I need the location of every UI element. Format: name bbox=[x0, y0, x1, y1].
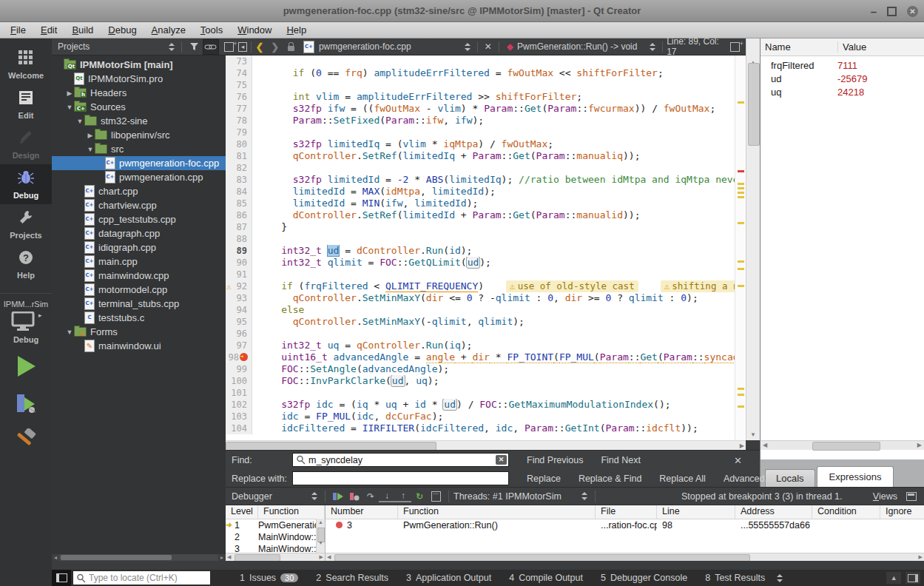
tree-item[interactable]: QtIPMMotorSim.pro bbox=[52, 72, 226, 86]
tree-item[interactable]: C+mainwindow.cpp bbox=[52, 269, 226, 283]
tree-expander-icon[interactable]: ▼ bbox=[86, 146, 95, 153]
tab-locals[interactable]: Locals bbox=[765, 469, 815, 487]
scroll-right-icon[interactable]: ▶ bbox=[917, 442, 922, 448]
forward-icon[interactable]: ❯ bbox=[271, 41, 279, 53]
code-line[interactable]: 73 bbox=[226, 55, 735, 67]
code-line[interactable]: 98 uint16_t advancedAngle = angle + dir … bbox=[226, 351, 735, 363]
code-line[interactable]: 102 s32fp idc = (iq * uq + id * ud) / FO… bbox=[226, 399, 735, 411]
code-line[interactable]: 96 bbox=[226, 328, 735, 340]
kit-expand-arrow-icon[interactable]: ▸ bbox=[38, 311, 42, 319]
link-with-editor-icon[interactable] bbox=[203, 39, 219, 55]
code-line[interactable]: 92⚠ if (frqFiltered < QLIMIT_FREQUENCY)⚠… bbox=[226, 280, 735, 292]
step-out-icon[interactable]: ↑ bbox=[395, 491, 411, 502]
menu-file[interactable]: File bbox=[3, 23, 33, 37]
split-editor-icon[interactable] bbox=[730, 42, 740, 52]
variable-row[interactable]: ud-25679 bbox=[761, 72, 924, 85]
breakpoints-header-address[interactable]: Address bbox=[735, 505, 812, 519]
views-menu[interactable]: Views bbox=[873, 491, 917, 502]
code-line[interactable]: 79 bbox=[226, 127, 735, 138]
code-line[interactable]: 78 Param::SetFixed(Param::ifw, ifw); bbox=[226, 115, 735, 127]
breakpoints-header-number[interactable]: Number bbox=[326, 505, 398, 519]
code-line[interactable]: 85 limitedId = MIN(ifw, limitedId); bbox=[226, 198, 735, 209]
output-tab-compile-output[interactable]: 4Compile Output bbox=[500, 573, 592, 583]
scroll-left-icon[interactable]: ◀ bbox=[763, 442, 767, 448]
interrupt-icon[interactable] bbox=[346, 489, 362, 504]
sidebar-item-help[interactable]: ?Help bbox=[0, 244, 52, 284]
back-icon[interactable]: ❮ bbox=[255, 41, 263, 53]
code-line[interactable]: 86 dController.SetRef(limitedId + Param:… bbox=[226, 209, 735, 221]
stack-function-header[interactable]: Function bbox=[258, 505, 325, 519]
output-tab-test-results[interactable]: 8Test Results bbox=[696, 573, 774, 583]
code-line[interactable]: 74 if (0 == frq) amplitudeErrFiltered = … bbox=[226, 67, 735, 79]
replace-button[interactable]: Replace bbox=[527, 474, 561, 484]
breakpoints-header-function[interactable]: Function bbox=[398, 505, 596, 519]
code-line[interactable]: 101 bbox=[226, 387, 735, 399]
close-find-icon[interactable]: ✕ bbox=[734, 455, 742, 466]
sidebar-item-edit[interactable]: Edit bbox=[0, 84, 52, 124]
code-line[interactable]: 83 s32fp limitedId = -2 * ABS(limitedIq)… bbox=[226, 174, 735, 186]
symbol-selector[interactable]: PwmGeneration::Run() -> void bbox=[517, 41, 647, 52]
scroll-down-icon[interactable]: ▼ bbox=[746, 431, 760, 438]
warning-mark[interactable] bbox=[738, 268, 744, 270]
step-over-icon[interactable]: ↷ bbox=[362, 489, 379, 504]
tree-item[interactable]: C+main.cpp bbox=[52, 255, 226, 269]
code-line[interactable]: 81 qController.SetRef(limitedIq + Param:… bbox=[226, 150, 735, 162]
close-pane-icon[interactable]: ◂ bbox=[238, 42, 248, 52]
run-button[interactable] bbox=[0, 354, 52, 381]
code-line[interactable]: 87 } bbox=[226, 221, 735, 233]
code-line[interactable]: 99 FOC::SetAngle(advancedAngle); bbox=[226, 363, 735, 375]
tree-item[interactable]: ▼C+Sources bbox=[52, 100, 226, 114]
toggle-right-sidebar-icon[interactable] bbox=[906, 572, 920, 584]
replace-all-button[interactable]: Replace All bbox=[659, 474, 706, 484]
tree-expander-icon[interactable]: ▼ bbox=[75, 118, 84, 125]
tree-item[interactable]: C+cpp_teststubs.cpp bbox=[52, 212, 226, 226]
code-line[interactable]: 97 int32_t uq = qController.Run(iq); bbox=[226, 340, 735, 351]
find-next-button[interactable]: Find Next bbox=[601, 455, 641, 465]
tree-item[interactable]: Cteststubs.c bbox=[52, 311, 226, 325]
tree-item[interactable]: C+idiqgraph.cpp bbox=[52, 240, 226, 255]
code-line[interactable]: 75 bbox=[226, 79, 735, 91]
split-pane-icon[interactable] bbox=[224, 42, 234, 52]
tree-item[interactable]: C+terminal_stubs.cpp bbox=[52, 297, 226, 311]
output-tab-debugger-console[interactable]: 5Debugger Console bbox=[592, 573, 696, 583]
minimize-icon[interactable]: – bbox=[871, 5, 877, 18]
find-previous-button[interactable]: Find Previous bbox=[527, 455, 583, 465]
warning-mark[interactable] bbox=[738, 222, 744, 224]
sidebar-item-debug[interactable]: Debug bbox=[0, 164, 52, 204]
code-line[interactable]: 82 bbox=[226, 162, 735, 174]
code-line[interactable]: 104 idcFiltered = IIRFILTER(idcFiltered,… bbox=[226, 422, 735, 434]
sidebar-pane-selector[interactable]: Projects bbox=[52, 41, 178, 52]
menu-analyze[interactable]: Analyze bbox=[144, 23, 193, 37]
expressions-hscrollbar[interactable]: ◀ ▶ bbox=[761, 440, 924, 450]
breakpoints-header-condition[interactable]: Condition bbox=[812, 505, 880, 519]
sidebar-item-projects[interactable]: Projects bbox=[0, 204, 52, 244]
sidebar-item-welcome[interactable]: Welcome bbox=[0, 44, 52, 84]
tree-item[interactable]: ▶hHeaders bbox=[52, 86, 226, 100]
code-line[interactable]: 90 int32_t qlimit = FOC::GetQLimit(ud); bbox=[226, 257, 735, 269]
projects-tree-hscrollbar[interactable]: ◂▸ bbox=[52, 554, 226, 561]
toggle-left-sidebar-icon[interactable] bbox=[52, 570, 71, 586]
close-document-icon[interactable]: ✕ bbox=[485, 41, 492, 52]
close-icon[interactable]: ✕ bbox=[907, 6, 918, 17]
step-into-icon[interactable]: ↓ bbox=[379, 491, 395, 502]
code-line[interactable]: 100 FOC::InvParkClarke(ud, uq); bbox=[226, 375, 735, 387]
menu-edit[interactable]: Edit bbox=[33, 23, 64, 37]
breakpoint-row[interactable]: 3PwmGeneration::Run()...ration-foc.cpp98… bbox=[326, 519, 924, 531]
tree-expander-icon[interactable]: ▶ bbox=[86, 132, 95, 139]
stack-frame-row[interactable]: 2MainWindow:: bbox=[226, 531, 325, 543]
output-pane-arrows-icon[interactable] bbox=[777, 574, 783, 582]
tree-expander-icon[interactable]: ▶ bbox=[65, 90, 74, 97]
clear-find-icon[interactable]: ✕ bbox=[496, 455, 507, 465]
locator-input[interactable]: Type to locate (Ctrl+K) bbox=[73, 571, 210, 585]
tree-item[interactable]: QtIPMMotorSim [main] bbox=[52, 58, 226, 72]
maximize-icon[interactable] bbox=[887, 7, 897, 16]
replace-and-find-button[interactable]: Replace & Find bbox=[579, 474, 641, 484]
open-document-selector[interactable]: pwmgeneration-foc.cpp bbox=[319, 41, 457, 52]
document-dropdown-icon[interactable] bbox=[465, 43, 471, 51]
filter-icon[interactable] bbox=[186, 40, 201, 54]
tree-item[interactable]: C+datagraph.cpp bbox=[52, 226, 226, 240]
code-line[interactable]: 88 bbox=[226, 233, 735, 245]
editor-hscrollbar[interactable]: ▶ bbox=[226, 440, 746, 450]
maximize-output-icon[interactable]: ▲ bbox=[886, 572, 901, 584]
warning-mark[interactable] bbox=[738, 394, 744, 396]
